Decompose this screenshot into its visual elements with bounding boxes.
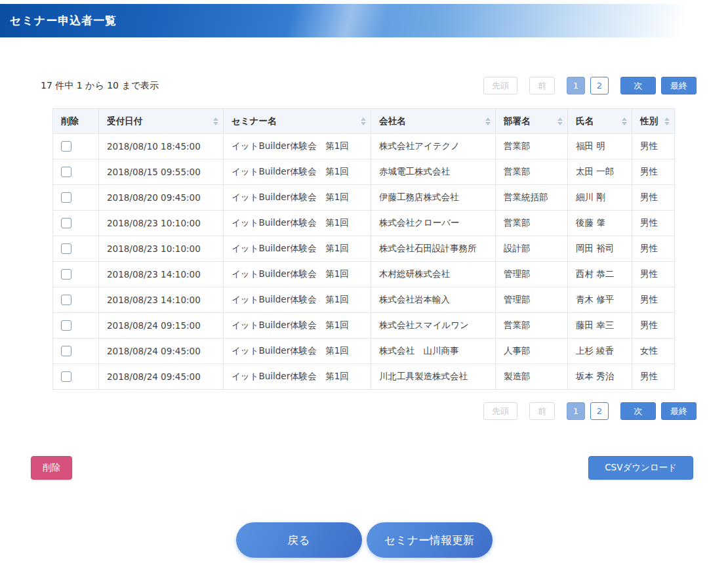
cell-gender: 男性 xyxy=(632,262,675,287)
cell-name: 藤田 幸三 xyxy=(568,313,632,339)
cell-department: 営業部 xyxy=(496,313,568,339)
cell-date: 2018/08/24 09:45:00 xyxy=(99,364,224,390)
row-delete-checkbox[interactable] xyxy=(61,218,71,228)
column-header-company[interactable]: 会社名 xyxy=(371,109,496,134)
pagination-first-button[interactable]: 先頭 xyxy=(483,402,517,420)
cell-company: 株式会社アイテクノ xyxy=(371,134,496,159)
column-label-department: 部署名 xyxy=(504,115,531,126)
cell-gender: 男性 xyxy=(632,236,675,262)
row-delete-checkbox[interactable] xyxy=(61,320,71,331)
cell-date: 2018/08/10 18:45:00 xyxy=(99,134,224,159)
sort-icon xyxy=(213,117,218,125)
table-row: 2018/08/15 09:55:00 イットBuilder体験会 第1回 赤城… xyxy=(53,159,675,185)
cell-seminar: イットBuilder体験会 第1回 xyxy=(224,313,371,339)
cell-name: 西村 恭二 xyxy=(568,262,632,287)
pagination-last-button[interactable]: 最終 xyxy=(661,77,697,94)
column-header-department[interactable]: 部署名 xyxy=(496,109,568,134)
applicants-table: 削除 受付日付 セミナー名 会社名 部署名 xyxy=(52,108,675,390)
cell-gender: 男性 xyxy=(632,134,675,159)
cell-delete xyxy=(53,185,99,211)
csv-download-button[interactable]: CSVダウンロード xyxy=(588,456,693,480)
row-delete-checkbox[interactable] xyxy=(61,243,71,254)
table-row: 2018/08/24 09:15:00 イットBuilder体験会 第1回 株式… xyxy=(53,313,675,339)
pagination-page-1-button[interactable]: 1 xyxy=(567,402,585,420)
pagination-prev-button[interactable]: 前 xyxy=(529,402,555,420)
cell-company: 株式会社クローバー xyxy=(371,211,496,236)
row-delete-checkbox[interactable] xyxy=(61,141,71,152)
cell-name: 岡田 裕司 xyxy=(568,236,632,262)
cell-gender: 男性 xyxy=(632,185,675,211)
cell-delete xyxy=(53,262,99,287)
cell-department: 営業部 xyxy=(496,134,568,159)
sort-icon xyxy=(361,117,366,125)
column-header-seminar[interactable]: セミナー名 xyxy=(224,109,371,134)
pagination-next-button[interactable]: 次 xyxy=(620,77,656,94)
row-delete-checkbox[interactable] xyxy=(61,295,71,305)
cell-seminar: イットBuilder体験会 第1回 xyxy=(224,339,371,364)
table-row: 2018/08/24 09:45:00 イットBuilder体験会 第1回 川北… xyxy=(53,364,675,390)
cell-date: 2018/08/23 14:10:00 xyxy=(99,287,224,313)
row-delete-checkbox[interactable] xyxy=(61,371,71,382)
column-header-date[interactable]: 受付日付 xyxy=(99,109,224,134)
row-delete-checkbox[interactable] xyxy=(61,269,71,280)
cell-gender: 男性 xyxy=(632,159,675,185)
sort-icon xyxy=(664,117,670,125)
cell-department: 営業部 xyxy=(496,211,568,236)
column-header-delete: 削除 xyxy=(53,109,99,134)
cell-gender: 男性 xyxy=(632,313,675,339)
pagination-page-2-button[interactable]: 2 xyxy=(590,402,609,420)
sort-icon xyxy=(622,117,627,125)
cell-seminar: イットBuilder体験会 第1回 xyxy=(224,287,371,313)
cell-name: 後藤 肇 xyxy=(568,211,632,236)
cell-department: 管理部 xyxy=(496,262,568,287)
pagination-page-2-button[interactable]: 2 xyxy=(590,77,609,94)
column-label-gender: 性別 xyxy=(640,115,658,126)
table-row: 2018/08/24 09:45:00 イットBuilder体験会 第1回 株式… xyxy=(53,339,675,364)
cell-company: 木村総研株式会社 xyxy=(371,262,496,287)
table-row: 2018/08/23 14:10:00 イットBuilder体験会 第1回 株式… xyxy=(53,287,675,313)
cell-name: 福田 明 xyxy=(568,134,632,159)
pagination-first-button[interactable]: 先頭 xyxy=(483,77,517,94)
cell-date: 2018/08/23 10:10:00 xyxy=(99,236,224,262)
row-delete-checkbox[interactable] xyxy=(61,192,71,203)
cell-department: 設計部 xyxy=(496,236,568,262)
column-label-company: 会社名 xyxy=(379,115,406,126)
cell-delete xyxy=(53,236,99,262)
back-button[interactable]: 戻る xyxy=(236,522,362,558)
cell-department: 人事部 xyxy=(496,339,568,364)
cell-date: 2018/08/24 09:45:00 xyxy=(99,339,224,364)
cell-seminar: イットBuilder体験会 第1回 xyxy=(224,134,371,159)
cell-gender: 女性 xyxy=(632,339,675,364)
cell-name: 坂本 秀治 xyxy=(568,364,632,390)
delete-button[interactable]: 削除 xyxy=(31,456,72,480)
column-label-delete: 削除 xyxy=(61,115,79,126)
table-row: 2018/08/23 14:10:00 イットBuilder体験会 第1回 木村… xyxy=(53,262,675,287)
column-header-name[interactable]: 氏名 xyxy=(568,109,632,134)
seminar-info-update-button[interactable]: セミナー情報更新 xyxy=(367,522,493,558)
cell-date: 2018/08/23 10:10:00 xyxy=(99,211,224,236)
app-header: セミナー申込者一覧 xyxy=(0,4,728,37)
pagination-page-1-button[interactable]: 1 xyxy=(567,77,585,94)
cell-name: 太田 一郎 xyxy=(568,159,632,185)
pagination-last-button[interactable]: 最終 xyxy=(661,402,697,420)
cell-delete xyxy=(53,287,99,313)
sort-icon xyxy=(485,117,491,125)
cell-date: 2018/08/15 09:55:00 xyxy=(99,159,224,185)
cell-delete xyxy=(53,339,99,364)
column-label-seminar: セミナー名 xyxy=(232,115,276,126)
sort-icon xyxy=(557,117,563,125)
cell-seminar: イットBuilder体験会 第1回 xyxy=(224,159,371,185)
cell-department: 営業部 xyxy=(496,159,568,185)
pagination-next-button[interactable]: 次 xyxy=(620,402,656,420)
cell-company: 川北工具製造株式会社 xyxy=(371,364,496,390)
cell-delete xyxy=(53,313,99,339)
row-delete-checkbox[interactable] xyxy=(61,346,71,356)
cell-department: 管理部 xyxy=(496,287,568,313)
column-header-gender[interactable]: 性別 xyxy=(632,109,675,134)
cell-gender: 男性 xyxy=(632,211,675,236)
table-header-row: 削除 受付日付 セミナー名 会社名 部署名 xyxy=(53,109,675,134)
cell-delete xyxy=(53,364,99,390)
cell-date: 2018/08/24 09:15:00 xyxy=(99,313,224,339)
pagination-prev-button[interactable]: 前 xyxy=(529,77,555,94)
row-delete-checkbox[interactable] xyxy=(61,167,71,177)
